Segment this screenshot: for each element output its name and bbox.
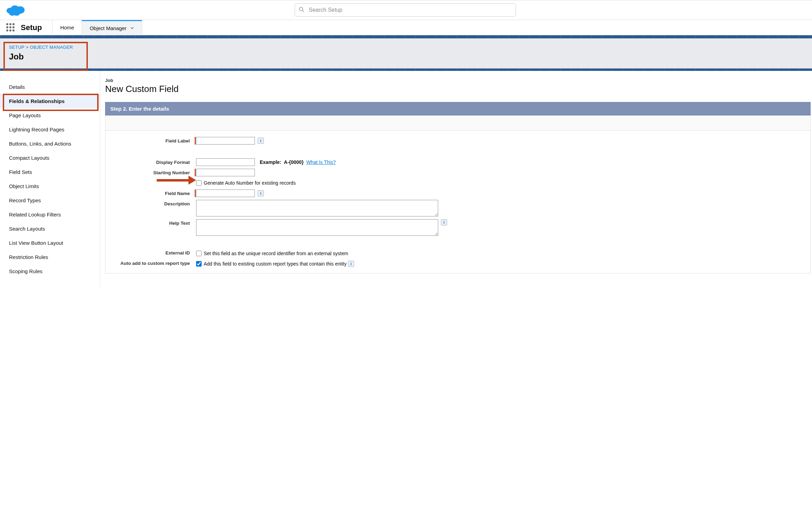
field-label-input[interactable]: [196, 137, 255, 145]
setup-title: Setup: [21, 23, 42, 32]
chevron-down-icon: [130, 25, 134, 31]
sidebar-item-related-lookup-filters[interactable]: Related Lookup Filters: [0, 207, 100, 222]
label-external-id: External ID: [105, 250, 195, 256]
sidebar: Details Fields & Relationships Page Layo…: [0, 71, 100, 287]
label-auto-add: Auto add to custom report type: [105, 260, 195, 266]
sidebar-item-compact-layouts[interactable]: Compact Layouts: [0, 151, 100, 165]
sidebar-item-lightning-record-pages[interactable]: Lightning Record Pages: [0, 122, 100, 137]
tab-home[interactable]: Home: [52, 20, 82, 35]
field-name-input[interactable]: [196, 189, 255, 197]
description-textarea[interactable]: [196, 200, 438, 216]
object-title: Job: [9, 52, 803, 62]
form-section: Field Label i Display Format Example: A-…: [105, 131, 811, 273]
generate-auto-number-checkbox[interactable]: [196, 180, 202, 186]
setup-tab-bar: Setup Home Object Manager: [0, 20, 812, 35]
annotation-highlight-breadcrumb: [3, 42, 88, 71]
svg-point-4: [9, 11, 15, 16]
external-id-checkbox[interactable]: [196, 251, 202, 256]
label-help-text: Help Text: [105, 219, 195, 226]
label-field-name: Field Name: [105, 189, 195, 196]
salesforce-logo: [6, 3, 26, 17]
sidebar-item-scoping-rules[interactable]: Scoping Rules: [0, 264, 100, 278]
sidebar-item-list-view-button-layout[interactable]: List View Button Layout: [0, 236, 100, 250]
breadcrumb: SETUP > OBJECT MANAGER: [9, 45, 803, 50]
sidebar-item-record-types[interactable]: Record Types: [0, 193, 100, 207]
sidebar-item-buttons-links-actions[interactable]: Buttons, Links, and Actions: [0, 137, 100, 151]
decorative-band: [0, 35, 812, 38]
sidebar-item-search-layouts[interactable]: Search Layouts: [0, 222, 100, 236]
display-format-input[interactable]: [196, 158, 255, 166]
external-id-desc: Set this field as the unique record iden…: [204, 251, 348, 256]
display-format-example: Example: A-{0000} What Is This?: [260, 159, 336, 165]
required-marker: [195, 169, 196, 176]
sidebar-item-field-sets[interactable]: Field Sets: [0, 165, 100, 179]
decorative-band: [0, 68, 812, 71]
page-title: New Custom Field: [105, 84, 811, 94]
svg-point-5: [299, 7, 303, 11]
search-icon: [299, 7, 304, 13]
info-icon[interactable]: i: [258, 138, 264, 144]
step-gap: [105, 115, 811, 131]
auto-add-checkbox[interactable]: [196, 261, 202, 267]
search-input[interactable]: [295, 3, 516, 17]
tab-object-manager-label: Object Manager: [90, 25, 127, 31]
step-header: Step 2. Enter the details: [105, 102, 811, 115]
generate-auto-number-label: Generate Auto Number for existing record…: [204, 180, 296, 186]
content-crumb: Job: [105, 78, 811, 83]
required-marker: [195, 189, 196, 197]
label-starting-number: Starting Number: [105, 169, 195, 175]
tab-object-manager[interactable]: Object Manager: [82, 20, 142, 35]
search-container: [295, 3, 516, 17]
svg-line-6: [303, 10, 304, 12]
app-launcher-icon[interactable]: [6, 23, 15, 32]
required-marker: [195, 137, 196, 145]
starting-number-input[interactable]: [196, 169, 255, 176]
annotation-arrow: [157, 176, 196, 185]
help-text-textarea[interactable]: [196, 219, 438, 236]
label-field-label: Field Label: [105, 137, 195, 143]
auto-add-desc: Add this field to existing custom report…: [204, 261, 347, 267]
info-icon[interactable]: i: [258, 190, 264, 196]
page-header: SETUP > OBJECT MANAGER Job: [0, 38, 812, 68]
info-icon[interactable]: i: [441, 219, 447, 225]
content-area: Job New Custom Field Step 2. Enter the d…: [100, 71, 812, 287]
label-description: Description: [105, 200, 195, 206]
label-display-format: Display Format: [105, 158, 195, 165]
global-header: [0, 0, 812, 20]
sidebar-item-object-limits[interactable]: Object Limits: [0, 179, 100, 193]
annotation-highlight-sidebar: [3, 94, 99, 111]
sidebar-item-restriction-rules[interactable]: Restriction Rules: [0, 250, 100, 264]
what-is-this-link[interactable]: What Is This?: [306, 159, 336, 165]
sidebar-item-details[interactable]: Details: [0, 80, 100, 94]
info-icon[interactable]: i: [348, 261, 354, 267]
